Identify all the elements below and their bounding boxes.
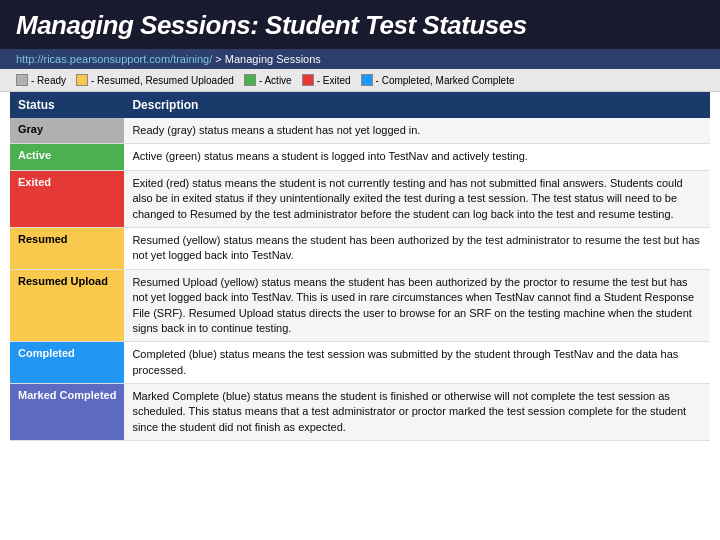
table-row: ActiveActive (green) status means a stud… xyxy=(10,144,710,170)
table-row: CompletedCompleted (blue) status means t… xyxy=(10,342,710,384)
description-cell: Active (green) status means a student is… xyxy=(124,144,710,170)
legend-item: - Resumed, Resumed Uploaded xyxy=(76,74,234,86)
legend-item: - Completed, Marked Complete xyxy=(361,74,515,86)
status-cell: Gray xyxy=(10,118,124,144)
legend-item: - Active xyxy=(244,74,292,86)
legend-color-box xyxy=(16,74,28,86)
legend-label: - Completed, Marked Complete xyxy=(376,75,515,86)
description-cell: Resumed Upload (yellow) status means the… xyxy=(124,269,710,342)
table-row: Resumed UploadResumed Upload (yellow) st… xyxy=(10,269,710,342)
col-description: Description xyxy=(124,92,710,118)
status-cell: Marked Completed xyxy=(10,384,124,441)
table-row: GrayReady (gray) status means a student … xyxy=(10,118,710,144)
status-table: Status Description GrayReady (gray) stat… xyxy=(10,92,710,441)
breadcrumb-current: Managing Sessions xyxy=(225,53,321,65)
status-cell: Exited xyxy=(10,170,124,227)
legend-item: - Exited xyxy=(302,74,351,86)
description-cell: Exited (red) status means the student is… xyxy=(124,170,710,227)
description-cell: Marked Complete (blue) status means the … xyxy=(124,384,710,441)
col-status: Status xyxy=(10,92,124,118)
table-row: ResumedResumed (yellow) status means the… xyxy=(10,227,710,269)
table-row: ExitedExited (red) status means the stud… xyxy=(10,170,710,227)
legend-label: - Active xyxy=(259,75,292,86)
legend-item: - Ready xyxy=(16,74,66,86)
legend-bar: - Ready- Resumed, Resumed Uploaded- Acti… xyxy=(0,69,720,92)
legend-color-box xyxy=(361,74,373,86)
status-cell: Resumed xyxy=(10,227,124,269)
legend-label: - Ready xyxy=(31,75,66,86)
page-title: Managing Sessions: Student Test Statuses xyxy=(16,10,704,41)
description-cell: Completed (blue) status means the test s… xyxy=(124,342,710,384)
breadcrumb: http://ricas.pearsonsupport.com/training… xyxy=(0,49,720,69)
legend-color-box xyxy=(76,74,88,86)
description-cell: Resumed (yellow) status means the studen… xyxy=(124,227,710,269)
table-header-row: Status Description xyxy=(10,92,710,118)
legend-label: - Exited xyxy=(317,75,351,86)
description-cell: Ready (gray) status means a student has … xyxy=(124,118,710,144)
status-cell: Resumed Upload xyxy=(10,269,124,342)
legend-label: - Resumed, Resumed Uploaded xyxy=(91,75,234,86)
status-cell: Completed xyxy=(10,342,124,384)
page-header: Managing Sessions: Student Test Statuses xyxy=(0,0,720,49)
breadcrumb-link[interactable]: http://ricas.pearsonsupport.com/training… xyxy=(16,53,212,65)
table-container: Status Description GrayReady (gray) stat… xyxy=(0,92,720,441)
breadcrumb-separator: > xyxy=(212,53,225,65)
legend-color-box xyxy=(302,74,314,86)
status-cell: Active xyxy=(10,144,124,170)
legend-color-box xyxy=(244,74,256,86)
table-row: Marked CompletedMarked Complete (blue) s… xyxy=(10,384,710,441)
